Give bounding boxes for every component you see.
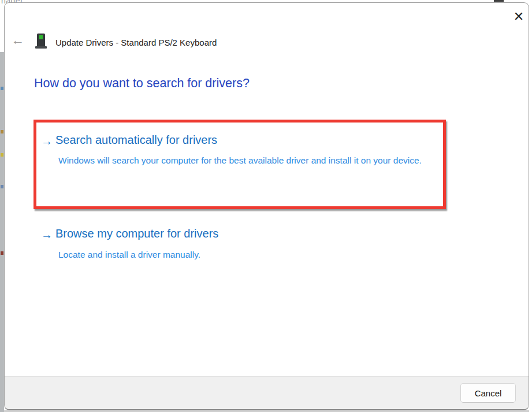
option-title: Browse my computer for drivers [55,225,218,242]
cancel-button[interactable]: Cancel [460,383,516,403]
background-icon-fragment [1,153,3,157]
background-icon-fragment [1,251,3,255]
background-icon-fragment [1,87,3,90]
background-icon-fragment [1,185,3,188]
forward-arrow-icon: → [41,228,53,242]
back-button[interactable]: ← [11,32,24,48]
option-description: Locate and install a driver manually. [58,247,428,262]
forward-arrow-icon: → [41,135,53,148]
page-heading: How do you want to search for drivers? [34,76,250,91]
dialog-title: Update Drivers - Standard PS/2 Keyboard [55,38,217,47]
close-icon: × [514,7,524,26]
background-window-sliver [0,52,4,412]
update-drivers-dialog: × ← Update Drivers - Standard PS/2 Keybo… [4,2,529,410]
back-arrow-icon: ← [11,32,24,47]
background-icon-fragment [1,130,3,133]
option-title: Search automatically for drivers [55,131,217,149]
option-browse-computer[interactable]: Browse my computer for drivers Locate an… [55,225,448,265]
close-button[interactable]: × [508,6,529,27]
option-description: Windows will search your computer for th… [58,153,428,168]
device-tower-icon [35,34,47,50]
background-window-control-fragment [494,0,504,2]
dialog-footer: Cancel [5,376,529,409]
option-search-automatically[interactable]: Search automatically for drivers Windows… [55,131,448,195]
